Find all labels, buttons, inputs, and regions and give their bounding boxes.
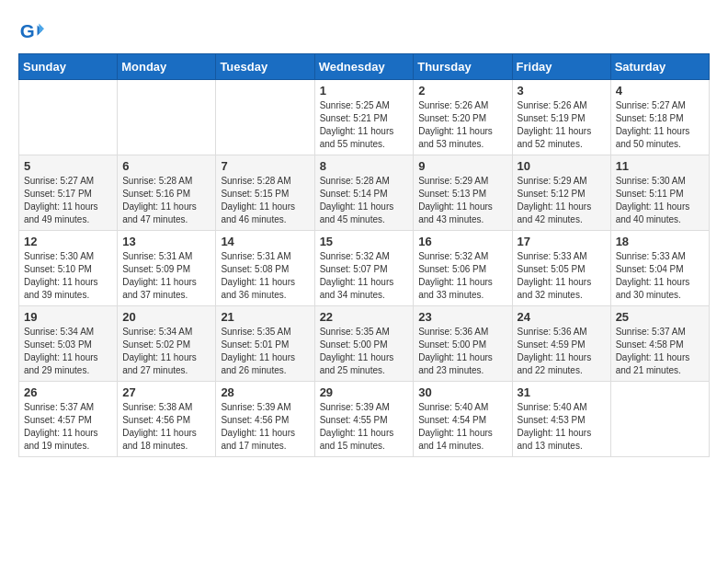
weekday-header: Monday — [118, 54, 216, 80]
calendar-cell: 1Sunrise: 5:25 AMSunset: 5:21 PMDaylight… — [314, 80, 414, 155]
calendar-cell: 17Sunrise: 5:33 AMSunset: 5:05 PMDayligh… — [512, 231, 610, 306]
day-number: 19 — [24, 310, 112, 324]
day-info: Sunrise: 5:31 AMSunset: 5:08 PMDaylight:… — [221, 250, 309, 302]
day-info: Sunrise: 5:27 AMSunset: 5:18 PMDaylight:… — [616, 99, 704, 151]
calendar-cell — [19, 80, 118, 155]
calendar-cell — [216, 80, 314, 155]
day-number: 23 — [418, 310, 506, 324]
day-number: 28 — [221, 385, 309, 399]
calendar-cell: 8Sunrise: 5:28 AMSunset: 5:14 PMDaylight… — [314, 155, 414, 231]
calendar-cell: 13Sunrise: 5:31 AMSunset: 5:09 PMDayligh… — [118, 231, 216, 306]
day-info: Sunrise: 5:25 AMSunset: 5:21 PMDaylight:… — [320, 99, 409, 151]
day-number: 21 — [221, 310, 309, 324]
calendar-cell: 30Sunrise: 5:40 AMSunset: 4:54 PMDayligh… — [414, 382, 512, 457]
day-number: 20 — [122, 310, 210, 324]
day-info: Sunrise: 5:33 AMSunset: 5:04 PMDaylight:… — [616, 250, 704, 302]
day-number: 11 — [616, 159, 704, 173]
day-info: Sunrise: 5:26 AMSunset: 5:19 PMDaylight:… — [518, 99, 606, 151]
calendar-cell: 6Sunrise: 5:28 AMSunset: 5:16 PMDaylight… — [118, 155, 216, 231]
weekday-header: Wednesday — [314, 54, 414, 80]
day-number: 8 — [320, 159, 409, 173]
day-info: Sunrise: 5:40 AMSunset: 4:53 PMDaylight:… — [518, 401, 606, 453]
calendar-cell: 3Sunrise: 5:26 AMSunset: 5:19 PMDaylight… — [512, 80, 610, 155]
day-info: Sunrise: 5:30 AMSunset: 5:10 PMDaylight:… — [24, 250, 112, 302]
calendar-cell: 26Sunrise: 5:37 AMSunset: 4:57 PMDayligh… — [19, 382, 118, 457]
day-number: 25 — [616, 310, 704, 324]
calendar-cell: 16Sunrise: 5:32 AMSunset: 5:06 PMDayligh… — [414, 231, 512, 306]
calendar-week-row: 1Sunrise: 5:25 AMSunset: 5:21 PMDaylight… — [19, 80, 710, 155]
calendar-cell: 4Sunrise: 5:27 AMSunset: 5:18 PMDaylight… — [610, 80, 709, 155]
calendar-week-row: 26Sunrise: 5:37 AMSunset: 4:57 PMDayligh… — [19, 382, 710, 457]
day-number: 29 — [320, 385, 409, 399]
day-number: 27 — [122, 385, 210, 399]
calendar-cell: 18Sunrise: 5:33 AMSunset: 5:04 PMDayligh… — [610, 231, 709, 306]
day-number: 7 — [221, 159, 309, 173]
day-info: Sunrise: 5:33 AMSunset: 5:05 PMDaylight:… — [518, 250, 606, 302]
day-info: Sunrise: 5:39 AMSunset: 4:55 PMDaylight:… — [320, 401, 409, 453]
weekday-header: Saturday — [610, 54, 709, 80]
day-number: 18 — [616, 235, 704, 248]
calendar-cell: 21Sunrise: 5:35 AMSunset: 5:01 PMDayligh… — [216, 306, 314, 382]
day-info: Sunrise: 5:39 AMSunset: 4:56 PMDaylight:… — [221, 401, 309, 453]
day-info: Sunrise: 5:35 AMSunset: 5:01 PMDaylight:… — [221, 326, 309, 377]
calendar-cell: 11Sunrise: 5:30 AMSunset: 5:11 PMDayligh… — [610, 155, 709, 231]
day-number: 14 — [221, 235, 309, 248]
day-info: Sunrise: 5:36 AMSunset: 5:00 PMDaylight:… — [418, 326, 506, 377]
svg-text:G: G — [20, 20, 35, 41]
day-number: 22 — [320, 310, 409, 324]
calendar-cell: 2Sunrise: 5:26 AMSunset: 5:20 PMDaylight… — [414, 80, 512, 155]
day-number: 17 — [518, 235, 606, 248]
calendar-cell: 14Sunrise: 5:31 AMSunset: 5:08 PMDayligh… — [216, 231, 314, 306]
calendar-cell — [118, 80, 216, 155]
day-info: Sunrise: 5:28 AMSunset: 5:16 PMDaylight:… — [122, 175, 210, 226]
day-number: 1 — [320, 84, 409, 98]
day-number: 6 — [122, 159, 210, 173]
day-info: Sunrise: 5:30 AMSunset: 5:11 PMDaylight:… — [616, 175, 704, 226]
day-info: Sunrise: 5:29 AMSunset: 5:13 PMDaylight:… — [418, 175, 506, 226]
day-info: Sunrise: 5:32 AMSunset: 5:06 PMDaylight:… — [418, 250, 506, 302]
day-number: 30 — [418, 385, 506, 399]
day-number: 3 — [518, 84, 606, 98]
logo-icon: G — [18, 18, 44, 44]
calendar-cell — [610, 382, 709, 457]
weekday-header: Friday — [512, 54, 610, 80]
day-number: 12 — [24, 235, 112, 248]
calendar-cell: 27Sunrise: 5:38 AMSunset: 4:56 PMDayligh… — [118, 382, 216, 457]
day-number: 26 — [24, 385, 112, 399]
calendar-cell: 15Sunrise: 5:32 AMSunset: 5:07 PMDayligh… — [314, 231, 414, 306]
day-info: Sunrise: 5:29 AMSunset: 5:12 PMDaylight:… — [518, 175, 606, 226]
calendar-cell: 5Sunrise: 5:27 AMSunset: 5:17 PMDaylight… — [19, 155, 118, 231]
day-number: 31 — [518, 385, 606, 399]
calendar-week-row: 19Sunrise: 5:34 AMSunset: 5:03 PMDayligh… — [19, 306, 710, 382]
calendar-cell: 28Sunrise: 5:39 AMSunset: 4:56 PMDayligh… — [216, 382, 314, 457]
day-info: Sunrise: 5:32 AMSunset: 5:07 PMDaylight:… — [320, 250, 409, 302]
calendar-cell: 7Sunrise: 5:28 AMSunset: 5:15 PMDaylight… — [216, 155, 314, 231]
day-number: 4 — [616, 84, 704, 98]
day-info: Sunrise: 5:40 AMSunset: 4:54 PMDaylight:… — [418, 401, 506, 453]
day-info: Sunrise: 5:27 AMSunset: 5:17 PMDaylight:… — [24, 175, 112, 226]
day-info: Sunrise: 5:38 AMSunset: 4:56 PMDaylight:… — [122, 401, 210, 453]
day-number: 5 — [24, 159, 112, 173]
day-info: Sunrise: 5:26 AMSunset: 5:20 PMDaylight:… — [418, 99, 506, 151]
day-info: Sunrise: 5:35 AMSunset: 5:00 PMDaylight:… — [320, 326, 409, 377]
calendar-week-row: 12Sunrise: 5:30 AMSunset: 5:10 PMDayligh… — [19, 231, 710, 306]
logo: G — [18, 18, 48, 44]
day-info: Sunrise: 5:28 AMSunset: 5:15 PMDaylight:… — [221, 175, 309, 226]
day-info: Sunrise: 5:36 AMSunset: 4:59 PMDaylight:… — [518, 326, 606, 377]
calendar-cell: 19Sunrise: 5:34 AMSunset: 5:03 PMDayligh… — [19, 306, 118, 382]
day-number: 24 — [518, 310, 606, 324]
calendar-cell: 9Sunrise: 5:29 AMSunset: 5:13 PMDaylight… — [414, 155, 512, 231]
calendar-cell: 24Sunrise: 5:36 AMSunset: 4:59 PMDayligh… — [512, 306, 610, 382]
calendar-week-row: 5Sunrise: 5:27 AMSunset: 5:17 PMDaylight… — [19, 155, 710, 231]
weekday-header: Thursday — [414, 54, 512, 80]
day-info: Sunrise: 5:34 AMSunset: 5:02 PMDaylight:… — [122, 326, 210, 377]
calendar-cell: 31Sunrise: 5:40 AMSunset: 4:53 PMDayligh… — [512, 382, 610, 457]
calendar-cell: 23Sunrise: 5:36 AMSunset: 5:00 PMDayligh… — [414, 306, 512, 382]
calendar-table: SundayMondayTuesdayWednesdayThursdayFrid… — [18, 53, 710, 457]
calendar-cell: 20Sunrise: 5:34 AMSunset: 5:02 PMDayligh… — [118, 306, 216, 382]
calendar-cell: 29Sunrise: 5:39 AMSunset: 4:55 PMDayligh… — [314, 382, 414, 457]
day-number: 13 — [122, 235, 210, 248]
calendar-cell: 12Sunrise: 5:30 AMSunset: 5:10 PMDayligh… — [19, 231, 118, 306]
day-info: Sunrise: 5:37 AMSunset: 4:58 PMDaylight:… — [616, 326, 704, 377]
day-info: Sunrise: 5:34 AMSunset: 5:03 PMDaylight:… — [24, 326, 112, 377]
